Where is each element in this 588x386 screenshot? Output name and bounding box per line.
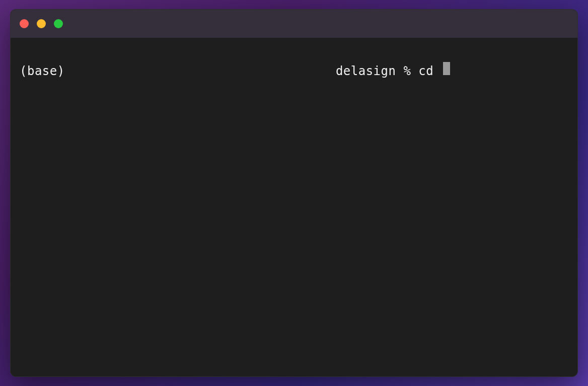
terminal-window: (base) delasign % cd [10,9,578,377]
terminal-body[interactable]: (base) delasign % cd [11,38,577,376]
command-input[interactable]: cd [418,63,441,80]
close-button[interactable] [20,19,29,28]
prompt-symbol: % [396,63,418,80]
prompt-user: delasign [336,63,396,80]
minimize-button[interactable] [37,19,46,28]
cursor-icon [443,62,450,75]
prompt-env: (base) [20,63,65,80]
maximize-button[interactable] [54,19,63,28]
title-bar[interactable] [11,10,577,38]
prompt-line: (base) delasign % cd [20,62,568,80]
prompt-spacer [65,63,336,80]
